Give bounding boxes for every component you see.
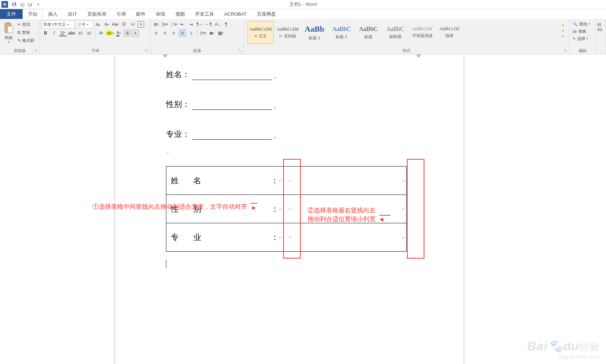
- paste-label: 粘贴: [5, 35, 13, 40]
- svg-rect-2: [13, 5, 16, 6]
- superscript-button[interactable]: x2: [85, 29, 93, 37]
- ad-label: Ad: [597, 27, 602, 32]
- word-app-icon: W: [1, 1, 8, 8]
- tab-review[interactable]: 审阅: [151, 9, 170, 19]
- shrink-font-button[interactable]: A▾: [103, 20, 111, 28]
- styles-scroll-up[interactable]: ▴: [559, 22, 567, 28]
- paragraph-launcher[interactable]: ⤡: [238, 48, 241, 52]
- strikethrough-button[interactable]: abc: [68, 29, 76, 37]
- tab-baidu[interactable]: 百度网盘: [252, 9, 281, 19]
- format-painter-button[interactable]: ✎格式刷: [16, 36, 36, 44]
- tab-developer[interactable]: 开发工具: [190, 9, 219, 19]
- line-spacing-button[interactable]: ‡≡▾: [199, 29, 207, 37]
- sort-button[interactable]: A↓: [213, 20, 221, 28]
- table-row[interactable]: 姓名：↵↵↵: [166, 167, 407, 195]
- form-line-1[interactable]: 性别：↵: [166, 99, 407, 110]
- find-button[interactable]: 🔍查找▾: [571, 20, 591, 28]
- svg-marker-6: [163, 55, 167, 57]
- bullets-button[interactable]: ≣▾: [152, 20, 160, 28]
- align-center-button[interactable]: ≡: [161, 29, 169, 37]
- indent-marker-right[interactable]: [416, 55, 421, 58]
- arrow-right-icon: [251, 203, 257, 212]
- ltr-button[interactable]: ¶→: [196, 20, 204, 28]
- increase-indent-button[interactable]: ⇥: [187, 20, 195, 28]
- style-item-2[interactable]: AaBb标题 1: [301, 21, 328, 44]
- replace-button[interactable]: ab替换: [571, 28, 591, 35]
- italic-button[interactable]: I: [50, 29, 58, 37]
- font-launcher[interactable]: ⤡: [144, 48, 148, 52]
- bold-button[interactable]: B: [41, 29, 49, 37]
- table-row[interactable]: 专业：↵↵↵: [166, 223, 407, 252]
- justify-button[interactable]: ≡: [178, 29, 186, 37]
- tab-view[interactable]: 视图: [170, 9, 190, 19]
- binoculars-icon: 🔍: [573, 22, 578, 27]
- tab-insert[interactable]: 插入: [43, 9, 63, 19]
- styles-expand[interactable]: ▾: [559, 33, 567, 39]
- font-color-button[interactable]: A▾: [115, 29, 123, 37]
- replace-icon: ab: [573, 29, 577, 33]
- cut-button[interactable]: ✂剪切: [16, 20, 36, 28]
- tab-acrobat[interactable]: ACROBAT: [219, 9, 252, 19]
- form-line-2[interactable]: 专业：↵: [166, 129, 407, 140]
- ribbon-tabs: 文件 开始 插入 设计 页面布局 引用 邮件 审阅 视图 开发工具 ACROBA…: [0, 9, 606, 19]
- char-shading-button[interactable]: A: [123, 29, 131, 37]
- rtl-button[interactable]: ←¶: [205, 20, 213, 28]
- styles-scroll-down[interactable]: ▾: [559, 28, 567, 33]
- decrease-indent-button[interactable]: ⇤: [178, 20, 186, 28]
- style-item-4[interactable]: AaBbC标题: [355, 21, 381, 44]
- window-title: 文档1 - Word: [0, 1, 606, 8]
- style-item-1[interactable]: AaBbCcDd↵ 无间隔: [274, 21, 301, 44]
- redo-button[interactable]: [26, 0, 34, 8]
- numbering-button[interactable]: 1≡▾: [161, 20, 169, 28]
- multilevel-list-button[interactable]: ⋮≡▾: [170, 20, 178, 28]
- style-item-0[interactable]: AaBbCcDd↵ 正文: [247, 21, 274, 44]
- font-family-combo[interactable]: 宋体 (中文正▾: [41, 20, 75, 28]
- align-right-button[interactable]: ≡: [170, 29, 178, 37]
- group-label-styles: 样式: [403, 48, 411, 53]
- form-line-0[interactable]: 姓名：↵: [166, 69, 407, 80]
- phonetic-guide-button[interactable]: 変: [120, 20, 128, 28]
- clear-formatting-button[interactable]: A/: [129, 20, 137, 28]
- text-effects-button[interactable]: A▾: [97, 29, 105, 37]
- tab-layout[interactable]: 页面布局: [82, 9, 111, 19]
- font-size-combo[interactable]: 三号▾: [76, 20, 93, 28]
- tab-home[interactable]: 开始: [23, 9, 43, 19]
- select-button[interactable]: ↖选择▾: [571, 35, 591, 42]
- tab-design[interactable]: 设计: [63, 9, 82, 19]
- clipboard-launcher[interactable]: ⤡: [34, 48, 37, 52]
- undo-button[interactable]: [18, 0, 26, 8]
- style-item-6[interactable]: AaBbCcDd不明显强调: [409, 21, 435, 44]
- tab-mailings[interactable]: 邮件: [131, 9, 151, 19]
- tab-file[interactable]: 文件: [0, 9, 23, 19]
- indent-marker-left[interactable]: [163, 55, 167, 58]
- grow-font-button[interactable]: A▴: [94, 20, 102, 28]
- cursor-icon: ↖: [573, 36, 576, 41]
- tab-references[interactable]: 引用: [111, 9, 131, 19]
- save-button[interactable]: [10, 0, 18, 8]
- shading-button[interactable]: ◙▾: [208, 29, 216, 37]
- enclose-char-button[interactable]: A: [138, 21, 144, 28]
- borders-button[interactable]: ▦▾: [217, 29, 225, 37]
- subscript-button[interactable]: x2: [76, 29, 84, 37]
- document-content: 姓名：↵性别：↵专业：↵ ↵ 姓名：↵↵↵性别：↵↵↵专业：↵↵↵: [166, 69, 407, 260]
- styles-launcher[interactable]: ⤡: [563, 48, 567, 52]
- copy-button[interactable]: ⧉复制: [16, 28, 36, 36]
- underline-button[interactable]: U▾: [59, 30, 67, 36]
- document-area[interactable]: 姓名：↵性别：↵专业：↵ ↵ 姓名：↵↵↵性别：↵↵↵专业：↵↵↵ ①选择表格中…: [0, 55, 606, 364]
- distribute-button[interactable]: ⫴: [187, 29, 195, 37]
- annotation-2: ②选择表格最右竖线向左 拖动到合适位置缩小列宽: [308, 207, 391, 224]
- style-item-5[interactable]: AaBbC副标题: [382, 21, 408, 44]
- style-item-3[interactable]: AaBbC标题 2: [328, 21, 355, 44]
- style-item-7[interactable]: AaBbCcDd强调: [436, 21, 462, 44]
- highlight-button[interactable]: ab▾: [106, 29, 114, 37]
- paste-button[interactable]: 粘贴 ▾: [1, 20, 16, 44]
- group-editing: 🔍查找▾ ab替换 ↖选择▾ 编辑: [570, 19, 596, 54]
- align-left-button[interactable]: ≡: [152, 29, 160, 37]
- char-border-button[interactable]: A: [132, 30, 139, 36]
- show-marks-button[interactable]: ¶: [222, 20, 230, 28]
- group-clipboard: 粘贴 ▾ ✂剪切 ⧉复制 ✎格式刷 剪贴板⤡: [0, 19, 40, 54]
- styles-gallery[interactable]: AaBbCcDd↵ 正文AaBbCcDd↵ 无间隔AaBb标题 1AaBbC标题…: [245, 20, 558, 44]
- qat-customize-button[interactable]: ▾: [34, 0, 42, 8]
- ruler[interactable]: [115, 55, 464, 60]
- change-case-button[interactable]: Aa▾: [111, 20, 119, 28]
